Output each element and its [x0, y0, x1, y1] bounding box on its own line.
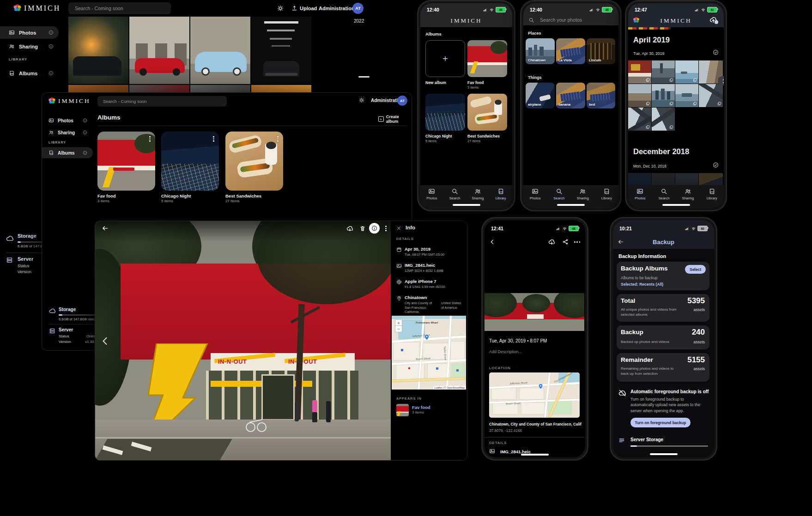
upload-button[interactable]: Upload: [300, 6, 317, 11]
backup-cloud-icon[interactable]: [709, 16, 717, 24]
photo-preview[interactable]: [485, 293, 584, 331]
info-icon[interactable]: [48, 71, 54, 76]
photo-cell[interactable]: [628, 108, 651, 131]
map-zoom-out[interactable]: [395, 325, 402, 332]
stat-unit: assets: [693, 366, 705, 371]
trash-icon[interactable]: [359, 225, 366, 232]
administration-link[interactable]: Administration: [319, 6, 355, 11]
photo-viewer[interactable]: IN-N-OUT IN-N-OUT: [95, 221, 391, 460]
tab-photos[interactable]: Photos: [420, 188, 443, 208]
previous-photo-icon[interactable]: [100, 336, 111, 347]
share-icon[interactable]: [562, 239, 569, 245]
select-albums-button[interactable]: Select: [685, 265, 706, 274]
tab-photos[interactable]: Photos: [628, 188, 652, 208]
more-options-icon[interactable]: [574, 241, 580, 243]
album-menu-icon[interactable]: [277, 136, 279, 142]
sidebar-item-sharing[interactable]: Sharing: [42, 127, 93, 138]
album-count: 3 items: [97, 199, 109, 203]
info-icon[interactable]: [48, 30, 54, 35]
album-name[interactable]: Chicago Night: [161, 193, 191, 198]
photo-cell[interactable]: [699, 84, 723, 107]
tab-library[interactable]: Library: [700, 188, 724, 208]
sidebar-item-albums[interactable]: Albums: [0, 67, 59, 79]
download-icon[interactable]: [548, 239, 555, 246]
photo-cell[interactable]: [675, 84, 698, 107]
back-chevron-icon[interactable]: [489, 239, 496, 245]
home-indicator[interactable]: [521, 454, 549, 456]
album-card-fav-food[interactable]: [97, 132, 155, 191]
info-icon[interactable]: [83, 130, 87, 135]
user-avatar[interactable]: AT: [397, 96, 407, 106]
photo-cell[interactable]: [652, 108, 675, 131]
description-input[interactable]: Add Description...: [489, 349, 522, 354]
location-map[interactable]: Fishermans Wharf Jefferson Street Beach …: [392, 316, 466, 390]
thing-card-banana[interactable]: banana: [556, 83, 585, 108]
photo-cell[interactable]: [652, 60, 675, 84]
info-icon[interactable]: [83, 150, 87, 155]
tab-library[interactable]: Library: [489, 188, 512, 208]
album-thumb-fav-food[interactable]: [467, 40, 507, 77]
album-name: Fav food: [467, 80, 484, 85]
info-icon[interactable]: [48, 44, 54, 49]
theme-toggle-icon[interactable]: [359, 97, 364, 103]
search-icon: [661, 188, 667, 195]
photo-cell[interactable]: [628, 84, 651, 107]
status-time: 12:40: [427, 7, 439, 12]
cloud-icon: [6, 234, 14, 242]
album-menu-icon[interactable]: [149, 136, 151, 142]
tab-library[interactable]: Library: [595, 188, 619, 208]
back-arrow-icon[interactable]: [102, 225, 109, 232]
photo-cell[interactable]: [675, 60, 698, 84]
appears-in-thumbnail[interactable]: [396, 404, 409, 416]
home-indicator[interactable]: [662, 204, 690, 206]
timeline-scrubber[interactable]: ▲▼: [718, 76, 724, 85]
home-indicator[interactable]: [557, 204, 585, 206]
info-icon[interactable]: [83, 118, 87, 123]
close-icon[interactable]: [396, 226, 401, 231]
asset-camera-sub: f/1.8 1/541 3.99 mm ISO20: [405, 285, 445, 289]
timeline-scrubber[interactable]: [358, 76, 370, 78]
tab-photos[interactable]: Photos: [523, 188, 547, 208]
thing-card-bed[interactable]: bed: [587, 83, 615, 108]
thing-card-airplane[interactable]: airplane: [526, 83, 555, 108]
info-toggle-button[interactable]: [369, 223, 380, 234]
photo-thumbnail[interactable]: [251, 17, 311, 84]
sidebar-item-sharing[interactable]: Sharing: [0, 40, 59, 53]
album-thumb-best-sandwiches[interactable]: [467, 94, 507, 131]
place-card-lincoln[interactable]: Lincoln: [587, 38, 615, 64]
album-card-chicago-night[interactable]: [161, 132, 219, 191]
create-album-button[interactable]: Create album: [378, 114, 412, 124]
appears-in-album-name[interactable]: Fav food: [412, 405, 430, 410]
photo-thumbnail[interactable]: [68, 17, 128, 84]
place-card-la-vista[interactable]: La Vista: [556, 38, 585, 64]
search-input[interactable]: Search - Coming soon: [97, 96, 227, 107]
download-icon[interactable]: [346, 225, 353, 232]
album-menu-icon[interactable]: [213, 136, 214, 142]
select-day-icon[interactable]: [713, 49, 719, 55]
photo-thumbnail[interactable]: [129, 17, 189, 84]
upload-icon[interactable]: [291, 5, 297, 11]
new-album-card[interactable]: [425, 40, 465, 77]
album-name[interactable]: Best Sandwiches: [225, 193, 261, 198]
more-options-icon[interactable]: [385, 226, 387, 231]
album-name[interactable]: Fav food: [97, 193, 116, 198]
theme-toggle-icon[interactable]: [277, 5, 284, 12]
photo-cell[interactable]: [628, 60, 651, 84]
album-thumb-chicago-night[interactable]: [425, 94, 465, 131]
photo-cell[interactable]: [652, 84, 675, 107]
location-map[interactable]: The Embarcadero Jefferson Street Beach S…: [489, 372, 580, 418]
turn-on-backup-button[interactable]: Turn on foreground backup: [630, 418, 691, 427]
sidebar-item-photos[interactable]: Photos: [0, 26, 59, 39]
search-input[interactable]: Search - Coming soon: [68, 2, 171, 14]
sidebar-item-albums[interactable]: Albums: [42, 147, 93, 158]
select-day-icon[interactable]: [713, 162, 719, 168]
album-card-best-sandwiches[interactable]: [225, 132, 283, 191]
search-input[interactable]: Search your photos: [523, 14, 618, 25]
user-avatar[interactable]: AT: [352, 3, 364, 14]
wifi-icon: [701, 8, 706, 12]
home-indicator[interactable]: [453, 204, 480, 206]
place-card-chinatown[interactable]: Chinatown: [526, 38, 555, 64]
photo-thumbnail[interactable]: [190, 17, 250, 84]
sidebar-item-photos[interactable]: Photos: [42, 115, 93, 126]
home-indicator[interactable]: [650, 453, 678, 455]
